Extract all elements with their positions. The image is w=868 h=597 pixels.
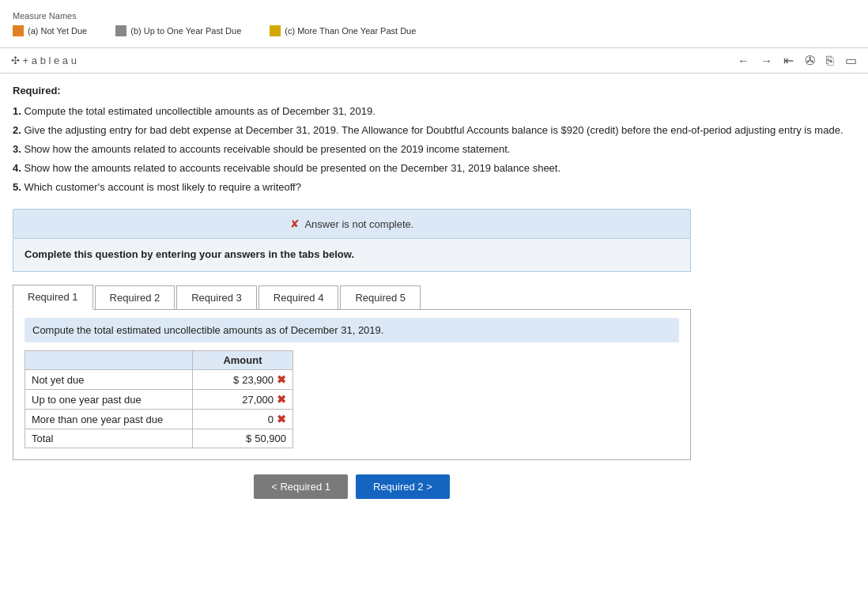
table-row: Up to one year past due27,000✖ <box>25 390 293 410</box>
table-value-0: 23,900 <box>242 374 274 386</box>
tab-instruction: Compute the total estimated uncollectibl… <box>25 318 679 342</box>
legend-item-1: (b) Up to One Year Past Due <box>115 25 241 36</box>
table-row-label-0: Not yet due <box>25 370 193 390</box>
tab-req5[interactable]: Required 5 <box>340 285 421 309</box>
legend-swatch-1 <box>115 25 126 36</box>
table-row: Not yet due$23,900✖ <box>25 370 293 390</box>
dollar-sign-3: $ <box>242 433 251 444</box>
answer-banner-text: ✘ Answer is not complete. <box>25 217 679 230</box>
tab-content: Compute the total estimated uncollectibl… <box>13 310 691 460</box>
back-arrow-icon[interactable]: ← <box>738 54 749 67</box>
legend-items: (a) Not Yet Due(b) Up to One Year Past D… <box>13 25 416 36</box>
main-content: Required: 1. Compute the total estimated… <box>0 74 868 510</box>
tableau-nav-icons: ← → ⇤ ✇ ⎘ ▭ <box>738 53 857 68</box>
table-row-value-2: 0✖ <box>192 410 292 429</box>
tableau-logo: ✣ + a b l e a u <box>11 55 77 66</box>
next-button[interactable]: Required 2 > <box>356 474 450 499</box>
question-2: 2. Give the adjusting entry for bad debt… <box>13 122 855 139</box>
question-list: 1. Compute the total estimated uncollect… <box>13 103 855 196</box>
bottom-nav: < Required 1 Required 2 > <box>13 474 691 499</box>
amount-table: Amount Not yet due$23,900✖Up to one year… <box>25 350 293 448</box>
tabs-row: Required 1Required 2Required 3Required 4… <box>13 285 691 310</box>
dollar-sign-0: $ <box>229 374 239 386</box>
question-3: 3. Show how the amounts related to accou… <box>13 141 855 158</box>
table-row-value-1: 27,000✖ <box>192 390 292 410</box>
legend-area: Measure Names (a) Not Yet Due(b) Up to O… <box>0 0 868 41</box>
tableau-bar: ✣ + a b l e a u ← → ⇤ ✇ ⎘ ▭ <box>0 47 868 74</box>
home-icon[interactable]: ⇤ <box>783 53 794 68</box>
table-row: More than one year past due0✖ <box>25 410 293 429</box>
table-row-label-1: Up to one year past due <box>25 390 193 410</box>
legend-swatch-2 <box>270 25 281 36</box>
legend-swatch-0 <box>13 25 24 36</box>
prev-button[interactable]: < Required 1 <box>254 474 348 499</box>
legend-label-1: (b) Up to One Year Past Due <box>130 26 241 36</box>
legend-label-2: (c) More Than One Year Past Due <box>285 26 416 36</box>
table-amount-header: Amount <box>192 351 292 370</box>
table-row-label-2: More than one year past due <box>25 410 193 429</box>
legend-label-0: (a) Not Yet Due <box>28 26 87 36</box>
table-value-3: 50,900 <box>255 433 286 444</box>
table-row-value-0: $23,900✖ <box>192 370 292 390</box>
table-empty-header <box>25 351 193 370</box>
download-icon[interactable]: ⎘ <box>826 54 834 68</box>
fullscreen-icon[interactable]: ▭ <box>845 53 857 68</box>
error-icon-1: ✖ <box>277 393 286 406</box>
tab-req3[interactable]: Required 3 <box>176 285 257 309</box>
answer-not-complete-text: Answer is not complete. <box>304 218 413 230</box>
tab-req4[interactable]: Required 4 <box>259 285 339 309</box>
tab-req1[interactable]: Required 1 <box>13 285 93 310</box>
tableau-logo-text: ✣ + a b l e a u <box>11 55 77 66</box>
error-icon-2: ✖ <box>277 413 286 425</box>
answer-not-complete-icon: ✘ <box>290 217 300 230</box>
forward-arrow-icon[interactable]: → <box>760 54 772 67</box>
complete-question-text: Complete this question by entering your … <box>25 248 679 260</box>
table-row: Total$50,900 <box>25 429 293 448</box>
tab-req2[interactable]: Required 2 <box>95 285 175 309</box>
error-icon-0: ✖ <box>277 373 286 386</box>
table-value-2: 0 <box>268 414 274 425</box>
share-icon[interactable]: ✇ <box>805 53 815 68</box>
complete-question-box: Complete this question by entering your … <box>13 239 691 272</box>
legend-title: Measure Names <box>13 11 77 21</box>
question-1: 1. Compute the total estimated uncollect… <box>13 103 855 120</box>
question-5: 5. Which customer's account is most like… <box>13 179 855 196</box>
answer-banner: ✘ Answer is not complete. <box>13 209 691 239</box>
required-label: Required: <box>13 85 855 96</box>
table-value-1: 27,000 <box>242 394 274 406</box>
question-4: 4. Show how the amounts related to accou… <box>13 160 855 177</box>
table-row-label-3: Total <box>25 429 193 448</box>
legend-item-0: (a) Not Yet Due <box>13 25 87 36</box>
table-row-value-3: $50,900 <box>192 429 292 448</box>
legend-item-2: (c) More Than One Year Past Due <box>270 25 416 36</box>
